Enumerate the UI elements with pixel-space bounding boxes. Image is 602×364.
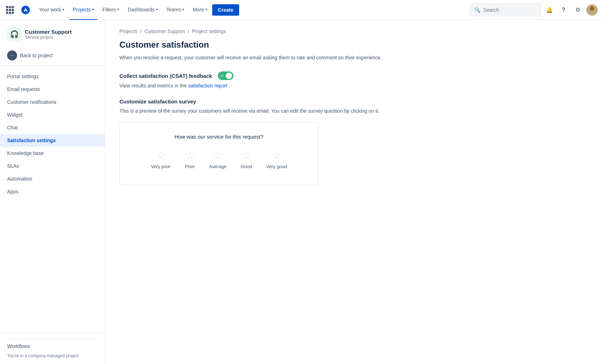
main-layout: 🎧 Customer Support Service project ← Bac… — [0, 20, 602, 364]
notifications-button[interactable]: 🔔 — [544, 4, 555, 16]
dashboards-nav[interactable]: Dashboards ▾ — [124, 0, 161, 20]
avatar[interactable] — [586, 4, 598, 16]
breadcrumb-projects[interactable]: Projects — [119, 28, 138, 34]
create-button[interactable]: Create — [212, 4, 239, 16]
sidebar-item-slas[interactable]: SLAs — [0, 160, 105, 172]
checkmark-icon: ✓ — [220, 73, 224, 78]
search-icon: 🔍 — [474, 7, 480, 13]
sidebar-item-satisfaction-settings[interactable]: Satisfaction settings — [0, 134, 105, 147]
project-name: Customer Support — [25, 29, 72, 35]
survey-preview[interactable]: How was our service for this request? ☆ … — [119, 122, 318, 185]
star-label: Very poor — [151, 164, 171, 169]
search-input[interactable] — [483, 7, 533, 13]
customize-description: This is a preview of the survey your cus… — [119, 107, 588, 115]
stars-row: ☆ Very poor ☆ Poor ☆ Average ☆ Good ☆ — [134, 150, 304, 169]
sidebar-item-widget[interactable]: Widget — [0, 108, 105, 121]
view-results-text: View results and metrics in the satisfac… — [119, 83, 588, 89]
collect-feedback-label: Collect satisfaction (CSAT) feedback — [119, 73, 212, 79]
svg-point-1 — [590, 6, 594, 11]
sidebar-item-chat[interactable]: Chat — [0, 121, 105, 134]
sidebar-footer-divider — [7, 339, 98, 339]
breadcrumb-current: Project settings — [192, 28, 226, 34]
help-button[interactable]: ? — [558, 4, 569, 16]
projects-nav[interactable]: Projects ▾ — [69, 0, 98, 20]
star-label: Poor — [185, 164, 195, 169]
sidebar-item-automation[interactable]: Automation — [0, 172, 105, 185]
sidebar-divider — [0, 65, 105, 66]
nav-left: Your work ▾ Projects ▾ Filters ▾ Dashboa… — [4, 0, 239, 20]
project-type: Service project — [25, 35, 72, 40]
filters-nav[interactable]: Filters ▾ — [99, 0, 123, 20]
more-nav[interactable]: More ▾ — [189, 0, 211, 20]
top-navigation: Your work ▾ Projects ▾ Filters ▾ Dashboa… — [0, 0, 602, 20]
logo[interactable] — [20, 4, 31, 16]
customize-title: Customize satisfaction survey — [119, 98, 588, 105]
star-average[interactable]: ☆ Average — [209, 150, 226, 169]
project-info: 🎧 Customer Support Service project — [7, 27, 98, 41]
sidebar-item-email-requests[interactable]: Email requests — [0, 83, 105, 96]
chevron-down-icon: ▾ — [117, 7, 119, 11]
sidebar-item-workflows[interactable]: Workflows — [7, 341, 98, 352]
page-description: When you resolve a request, your custome… — [119, 54, 588, 61]
help-icon: ? — [562, 7, 565, 13]
sidebar-item-portal-settings[interactable]: Portal settings — [0, 70, 105, 83]
breadcrumb-customer-support[interactable]: Customer Support — [144, 28, 185, 34]
star-icon: ☆ — [241, 150, 252, 161]
back-to-project-button[interactable]: ← Back to project — [0, 47, 105, 64]
satisfaction-report-link[interactable]: satisfaction report — [188, 83, 228, 89]
star-label: Good — [241, 164, 252, 169]
star-very-poor[interactable]: ☆ Very poor — [151, 150, 171, 169]
star-icon: ☆ — [213, 150, 223, 161]
sidebar-nav: Portal settings Email requests Customer … — [0, 67, 105, 333]
chevron-down-icon: ▾ — [182, 7, 184, 11]
sidebar: 🎧 Customer Support Service project ← Bac… — [0, 20, 105, 364]
sidebar-note: You're in a company-managed project — [7, 352, 98, 360]
star-label: Very good — [266, 164, 287, 169]
breadcrumb-sep-2: / — [188, 28, 189, 34]
sidebar-footer: Workflows You're in a company-managed pr… — [0, 333, 105, 364]
collect-feedback-row: Collect satisfaction (CSAT) feedback ✓ — [119, 71, 588, 80]
chevron-down-icon: ▾ — [92, 7, 94, 11]
survey-question[interactable]: How was our service for this request? — [134, 134, 304, 140]
sidebar-item-knowledge-base[interactable]: Knowledge base — [0, 147, 105, 160]
app-switcher-button[interactable] — [4, 4, 16, 16]
breadcrumb-sep: / — [140, 28, 142, 34]
chevron-down-icon: ▾ — [205, 7, 207, 11]
star-label: Average — [209, 164, 226, 169]
star-icon: ☆ — [272, 150, 282, 161]
teams-nav[interactable]: Teams ▾ — [163, 0, 188, 20]
your-work-nav[interactable]: Your work ▾ — [36, 0, 68, 20]
star-icon: ☆ — [185, 150, 195, 161]
nav-right: 🔍 🔔 ? ⚙ — [470, 4, 598, 16]
sidebar-item-customer-notifications[interactable]: Customer notifications — [0, 96, 105, 108]
gear-icon: ⚙ — [575, 6, 580, 13]
star-good[interactable]: ☆ Good — [241, 150, 252, 169]
sidebar-header: 🎧 Customer Support Service project — [0, 20, 105, 47]
toggle-slider: ✓ — [218, 71, 233, 80]
back-arrow-icon: ← — [7, 50, 17, 60]
chevron-down-icon: ▾ — [63, 7, 64, 11]
page-title: Customer satisfaction — [119, 40, 588, 50]
star-poor[interactable]: ☆ Poor — [185, 150, 195, 169]
star-very-good[interactable]: ☆ Very good — [266, 150, 287, 169]
csat-toggle[interactable]: ✓ — [218, 71, 233, 80]
grid-icon — [6, 6, 14, 14]
settings-button[interactable]: ⚙ — [572, 4, 584, 16]
search-box[interactable]: 🔍 — [470, 4, 541, 16]
project-icon: 🎧 — [7, 27, 21, 41]
star-icon: ☆ — [156, 150, 166, 161]
main-content: Projects / Customer Support / Project se… — [105, 20, 602, 364]
bell-icon: 🔔 — [546, 6, 553, 13]
breadcrumb: Projects / Customer Support / Project se… — [119, 28, 588, 34]
chevron-down-icon: ▾ — [156, 7, 158, 11]
sidebar-item-apps[interactable]: Apps — [0, 185, 105, 198]
